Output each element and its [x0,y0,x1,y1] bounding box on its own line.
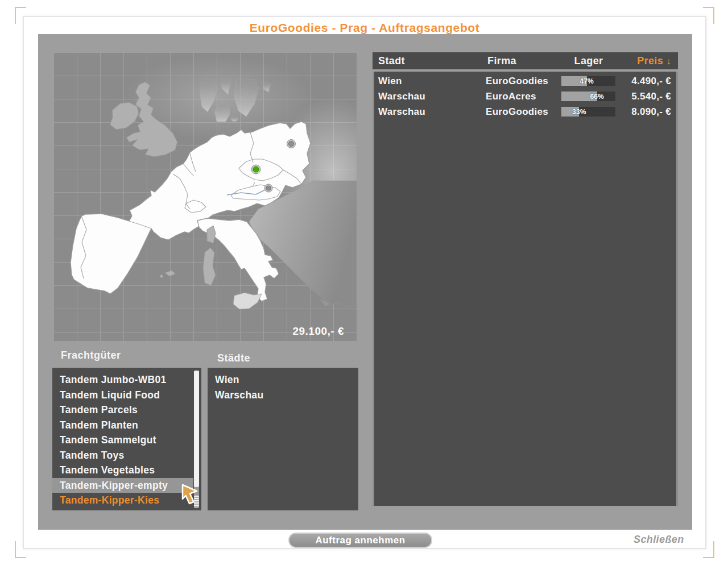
stock-bar: 66% [561,92,615,101]
map-marker-wien[interactable] [264,184,272,192]
main-panel: 29.100,- € Stadt Firma Lager Preis ↓ Wie… [38,34,692,530]
freight-item[interactable]: Tandem-Kipper-empty [52,478,193,493]
close-button[interactable]: Schließen [634,534,684,546]
offer-company: EuroAcres [482,91,560,102]
freight-item[interactable]: Tandem Jumbo-WB01 [52,372,193,388]
stock-percent-label: 66% [590,93,604,101]
accept-order-button[interactable]: Auftrag annehmen [288,533,432,548]
freight-listbox: Tandem Jumbo-WB01 Tandem Liquid Food Tan… [52,368,201,510]
freight-item[interactable]: Tandem Parcels [52,402,193,418]
offer-row[interactable]: Warschau EuroAcres 66% 5.540,- € [374,89,676,104]
freight-item[interactable]: Tandem Sammelgut [52,433,193,448]
stock-percent-label: 33% [572,108,586,116]
offer-company: EuroGoodies [482,76,560,87]
scrollbar-thumb[interactable] [194,371,199,487]
map-marker-warschau[interactable] [287,140,296,148]
city-item[interactable]: Wien [208,372,358,388]
column-preis-sorted[interactable]: Preis ↓ [617,55,678,67]
dialog-title: EuroGoodies - Prag - Auftragsangebot [24,21,705,35]
stock-bar: 33% [561,107,615,117]
offers-table-header: Stadt Firma Lager Preis ↓ [373,52,678,69]
cities-listbox: Wien Warschau [208,368,358,510]
offer-price: 5.540,- € [617,91,676,102]
route-price-label: 29.100,- € [292,325,344,338]
europe-map: 29.100,- € [53,52,357,341]
offers-table-body: Wien EuroGoodies 47% 4.490,- € Warschau … [373,72,678,506]
offer-price: 4.490,- € [617,76,676,87]
cities-list-label: Städte [217,352,250,364]
freight-item[interactable]: Tandem Toys [52,448,193,463]
order-offer-dialog: EuroGoodies - Prag - Auftragsangebot [23,16,706,549]
offer-row[interactable]: Wien EuroGoodies 47% 4.490,- € [374,73,676,89]
stock-percent-label: 47% [580,77,594,85]
map-marker-prag[interactable] [251,165,260,174]
offer-row[interactable]: Warschau EuroGoodies 33% 8.090,- € [374,104,676,119]
freight-scrollbar[interactable] [194,371,199,508]
freight-item[interactable]: Tandem Liquid Food [52,388,193,403]
column-stadt[interactable]: Stadt [373,55,482,67]
city-item[interactable]: Warschau [208,388,358,403]
column-firma[interactable]: Firma [482,55,560,67]
offer-company: EuroGoodies [482,106,560,118]
freight-item[interactable]: Tandem Planten [52,418,193,433]
offer-city: Warschau [374,106,482,118]
scrollbar-grip[interactable] [194,496,199,508]
offers-table: Stadt Firma Lager Preis ↓ Wien EuroGoodi… [373,52,678,506]
offer-city: Wien [374,76,482,87]
column-lager[interactable]: Lager [560,55,617,67]
europe-map-svg [53,52,357,341]
freight-item[interactable]: Tandem-Kipper-Kies [52,493,193,508]
stock-bar: 47% [561,76,615,86]
freight-item[interactable]: Tandem Vegetables [52,463,193,478]
offer-price: 8.090,- € [617,106,676,118]
offer-city: Warschau [374,91,482,102]
column-preis-label: Preis [637,55,663,66]
freight-list-label: Frachtgüter [61,350,121,361]
sort-descending-icon: ↓ [667,56,671,66]
